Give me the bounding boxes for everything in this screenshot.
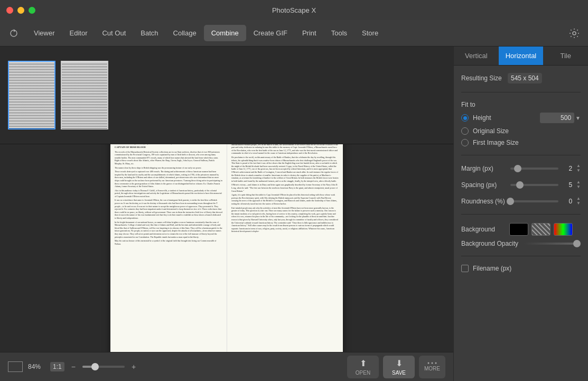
divider-3 xyxy=(461,214,581,215)
margin-down[interactable]: ▼ xyxy=(576,169,581,173)
more-button[interactable]: MORE xyxy=(419,356,445,378)
close-button[interactable] xyxy=(6,7,13,14)
layout-tabs: Vertical Horizontal Tile xyxy=(454,47,588,66)
background-color-black[interactable] xyxy=(509,223,528,236)
refresh-button[interactable] xyxy=(5,25,22,42)
divider-4 xyxy=(461,256,581,256)
thumbnail-2[interactable] xyxy=(61,61,108,129)
zoom-in-button[interactable]: + xyxy=(130,363,137,371)
margin-row: Margin (px) 2 ▲ ▼ xyxy=(461,164,581,173)
filename-row: Filename (px) xyxy=(461,265,581,272)
save-icon: ⬇ xyxy=(396,358,403,368)
margin-arrows: ▲ ▼ xyxy=(576,164,581,173)
nav-combine[interactable]: Combine xyxy=(204,25,246,41)
divider-1 xyxy=(461,92,581,92)
fit-first-image-label: First Image Size xyxy=(473,139,519,146)
height-value-box: ▼ xyxy=(540,113,581,123)
nav-cut-out[interactable]: Cut Out xyxy=(95,25,133,41)
background-section: Background Background Opacity xyxy=(461,223,581,247)
height-dropdown-icon[interactable]: ▼ xyxy=(575,115,581,121)
app-title: PhotoScape X xyxy=(272,6,316,14)
spacing-label: Spacing (px) xyxy=(461,181,506,189)
roundness-down[interactable]: ▼ xyxy=(576,201,581,206)
nav-store[interactable]: Store xyxy=(354,25,386,41)
thumbnail-1[interactable] xyxy=(8,61,55,129)
divider-2 xyxy=(461,155,581,155)
tab-vertical[interactable]: Vertical xyxy=(454,47,499,65)
fit-height-radio-fill xyxy=(463,116,467,120)
spacing-slider-handle[interactable] xyxy=(516,181,524,189)
margin-up[interactable]: ▲ xyxy=(576,164,581,168)
spacing-up[interactable]: ▲ xyxy=(576,180,581,184)
filename-checkbox[interactable] xyxy=(461,265,469,272)
filename-label: Filename (px) xyxy=(473,265,511,272)
zoom-slider[interactable] xyxy=(82,366,125,368)
background-opacity-row: Background Opacity xyxy=(461,240,581,247)
fit-first-image-radio[interactable] xyxy=(461,139,469,146)
view-box-toggle[interactable] xyxy=(8,361,23,372)
more-label: MORE xyxy=(424,366,440,371)
nav-collage[interactable]: Collage xyxy=(166,25,204,41)
main-content: by the prisoner Warren, under Capt. Will… xyxy=(0,47,588,381)
maximize-button[interactable] xyxy=(29,7,35,14)
margin-label: Margin (px) xyxy=(461,165,506,172)
margin-slider[interactable] xyxy=(510,168,558,170)
fit-to-section: Fit to Height ▼ Original Size xyxy=(461,101,581,146)
background-color-gradient[interactable] xyxy=(554,223,573,236)
margin-slider-handle[interactable] xyxy=(514,165,521,172)
open-icon: ⬆ xyxy=(360,358,367,368)
roundness-up[interactable]: ▲ xyxy=(576,197,581,201)
resulting-size-row: Resulting Size 545 x 504 xyxy=(461,73,581,83)
fit-original-option[interactable]: Original Size xyxy=(461,127,581,135)
settings-gear-icon[interactable] xyxy=(566,25,583,42)
background-opacity-slider[interactable] xyxy=(524,243,581,245)
background-color-pattern[interactable] xyxy=(531,223,550,236)
fit-first-image-option[interactable]: First Image Size xyxy=(461,139,581,146)
fit-height-radio[interactable] xyxy=(461,114,469,122)
nav-print[interactable]: Print xyxy=(295,25,324,41)
background-opacity-label: Background Opacity xyxy=(461,240,518,247)
background-row: Background xyxy=(461,223,581,236)
title-bar: PhotoScape X xyxy=(0,0,588,20)
open-label: OPEN xyxy=(356,370,370,376)
zoom-percent: 84% xyxy=(28,363,45,370)
action-buttons: ⬆ OPEN ⬇ SAVE MORE xyxy=(347,356,445,378)
margin-value: 2 xyxy=(563,165,572,172)
roundness-slider-handle[interactable] xyxy=(507,198,514,205)
svg-point-3 xyxy=(435,363,437,364)
nav-viewer[interactable]: Viewer xyxy=(26,25,62,41)
minimize-button[interactable] xyxy=(17,7,24,14)
preview-area: by the prisoner Warren, under Capt. Will… xyxy=(0,144,453,352)
spacing-value: 5 xyxy=(563,181,572,189)
spacing-slider[interactable] xyxy=(510,184,558,186)
background-label: Background xyxy=(461,226,506,233)
nav-create-gif[interactable]: Create GIF xyxy=(246,25,295,41)
nav-editor[interactable]: Editor xyxy=(62,25,95,41)
bottom-toolbar: 84% 1:1 − + ⬆ OPEN ⬇ SAVE MORE xyxy=(0,352,453,381)
left-panel: by the prisoner Warren, under Capt. Will… xyxy=(0,47,453,381)
fit-original-radio[interactable] xyxy=(461,127,469,135)
fit-height-option[interactable]: Height ▼ xyxy=(461,113,581,123)
open-button[interactable]: ⬆ OPEN xyxy=(347,356,379,378)
nav-tools[interactable]: Tools xyxy=(324,25,354,41)
save-button[interactable]: ⬇ SAVE xyxy=(383,356,415,378)
nav-bar: Viewer Editor Cut Out Batch Collage Comb… xyxy=(0,20,588,47)
fit-original-label: Original Size xyxy=(473,127,509,135)
roundness-arrows: ▲ ▼ xyxy=(576,197,581,206)
fit-to-label: Fit to xyxy=(461,101,581,108)
zoom-label[interactable]: 1:1 xyxy=(50,362,64,371)
tab-horizontal[interactable]: Horizontal xyxy=(499,47,544,65)
roundness-label: Roundness (%) xyxy=(461,198,506,205)
background-opacity-handle[interactable] xyxy=(573,240,581,247)
page-1-preview: by the prisoner Warren, under Capt. Will… xyxy=(110,144,227,352)
roundness-slider[interactable] xyxy=(510,200,558,202)
nav-batch[interactable]: Batch xyxy=(133,25,165,41)
tab-tile[interactable]: Tile xyxy=(543,47,588,65)
roundness-row: Roundness (%) 0 ▲ ▼ xyxy=(461,197,581,206)
page-2-preview: The following oration was delivered by J… xyxy=(227,144,343,352)
save-label: SAVE xyxy=(392,370,406,376)
zoom-out-button[interactable]: − xyxy=(70,363,77,371)
spacing-down[interactable]: ▼ xyxy=(576,185,581,189)
spacing-row: Spacing (px) 5 ▲ ▼ xyxy=(461,180,581,189)
height-input[interactable] xyxy=(540,113,574,123)
